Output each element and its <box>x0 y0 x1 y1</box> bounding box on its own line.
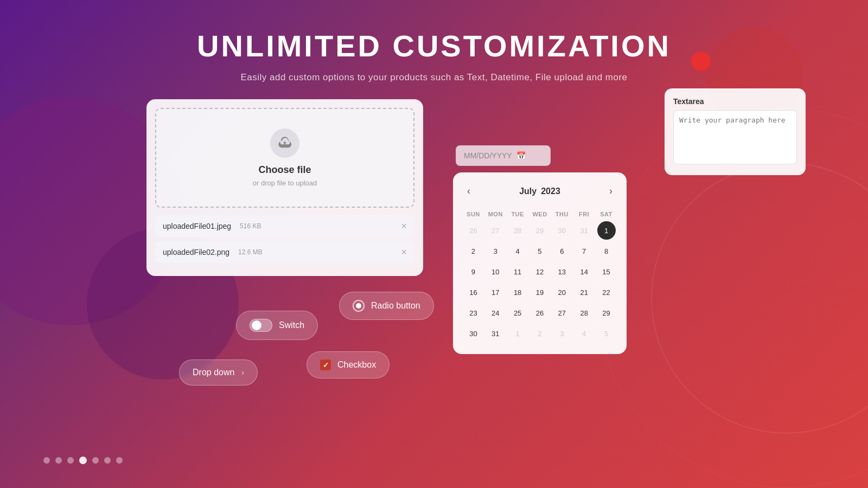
dot-6[interactable] <box>104 457 111 464</box>
calendar-card: ‹ July 2023 › SUN MON TUE WED THU FRI SA… <box>453 172 627 354</box>
date-input-wrap: MM/DD/YYYY 📅 <box>456 145 551 166</box>
cal-day-7[interactable]: 7 <box>575 242 593 260</box>
cal-day-prev-31[interactable]: 31 <box>575 221 593 240</box>
cal-day-18[interactable]: 18 <box>508 283 527 301</box>
upload-icon <box>270 129 299 158</box>
date-placeholder: MM/DD/YYYY <box>464 151 512 160</box>
dropzone-sub: or drop file to upload <box>167 179 403 187</box>
dropdown-button[interactable]: Drop down › <box>179 359 258 386</box>
cal-day-31[interactable]: 31 <box>486 324 505 343</box>
cal-day-16[interactable]: 16 <box>464 283 482 301</box>
dot-1[interactable] <box>43 457 50 464</box>
textarea-card: Textarea <box>665 88 806 175</box>
textarea-label: Textarea <box>673 97 797 106</box>
cal-day-1[interactable]: 1 <box>597 221 616 240</box>
cal-day-29[interactable]: 29 <box>597 304 616 322</box>
calendar-prev-button[interactable]: ‹ <box>463 183 475 199</box>
textarea-input[interactable] <box>673 110 797 164</box>
pagination-dots <box>43 457 123 464</box>
cal-day-5[interactable]: 5 <box>531 242 549 260</box>
checkbox-button[interactable]: ✓ Checkbox <box>307 351 390 378</box>
file-remove-1[interactable]: × <box>401 221 407 231</box>
file-item-1: uploadedFile01.jpeg 516 KB × <box>155 215 414 237</box>
cal-day-2[interactable]: 2 <box>464 242 482 260</box>
cal-day-10[interactable]: 10 <box>486 262 505 281</box>
cal-day-11[interactable]: 11 <box>508 262 527 281</box>
file-name-2: uploadedFile02.png <box>163 248 229 256</box>
cal-day-22[interactable]: 22 <box>597 283 616 301</box>
calendar-icon: 📅 <box>516 151 542 160</box>
dropzone[interactable]: Choose file or drop file to upload <box>155 108 414 208</box>
cal-day-12[interactable]: 12 <box>531 262 549 281</box>
switch-card: Switch <box>236 311 318 340</box>
file-name-1: uploadedFile01.jpeg <box>163 222 231 230</box>
cal-day-15[interactable]: 15 <box>597 262 616 281</box>
cal-day-25[interactable]: 25 <box>508 304 527 322</box>
dot-5[interactable] <box>92 457 99 464</box>
calendar-next-button[interactable]: › <box>605 183 617 199</box>
cal-day-20[interactable]: 20 <box>553 283 571 301</box>
dow-tue: TUE <box>507 209 528 220</box>
dot-4[interactable] <box>79 457 87 464</box>
file-size-1: 516 KB <box>240 222 261 230</box>
switch-thumb <box>252 320 261 330</box>
file-remove-2[interactable]: × <box>401 247 407 257</box>
switch-toggle <box>250 319 272 332</box>
dow-sat: SAT <box>596 209 617 220</box>
radio-button[interactable]: Radio button <box>339 292 434 320</box>
dow-wed: WED <box>529 209 551 220</box>
cal-day-next-5[interactable]: 5 <box>597 324 616 343</box>
cal-day-next-1[interactable]: 1 <box>508 324 527 343</box>
cal-day-9[interactable]: 9 <box>464 262 482 281</box>
dot-3[interactable] <box>67 457 74 464</box>
cal-day-17[interactable]: 17 <box>486 283 505 301</box>
cal-day-3[interactable]: 3 <box>486 242 505 260</box>
cal-day-26[interactable]: 26 <box>531 304 549 322</box>
upload-svg-icon <box>277 136 292 151</box>
dot-7[interactable] <box>116 457 123 464</box>
dropzone-title: Choose file <box>167 164 403 176</box>
chevron-down-icon: › <box>241 368 244 377</box>
cal-day-19[interactable]: 19 <box>531 283 549 301</box>
cal-day-21[interactable]: 21 <box>575 283 593 301</box>
page-header: UNLIMITED CUSTOMIZATION Easily add custo… <box>0 0 868 83</box>
checkbox-card: ✓ Checkbox <box>307 351 390 378</box>
dropdown-card: Drop down › <box>179 359 258 386</box>
calendar-header: ‹ July 2023 › <box>463 183 617 199</box>
cal-day-prev-26[interactable]: 26 <box>464 221 482 240</box>
radio-circle <box>353 300 365 312</box>
cal-day-6[interactable]: 6 <box>553 242 571 260</box>
cal-day-next-4[interactable]: 4 <box>575 324 593 343</box>
dow-thu: THU <box>551 209 572 220</box>
cal-day-30[interactable]: 30 <box>464 324 482 343</box>
cal-day-next-2[interactable]: 2 <box>531 324 549 343</box>
cal-day-next-3[interactable]: 3 <box>553 324 571 343</box>
radio-label: Radio button <box>371 301 420 311</box>
cal-day-13[interactable]: 13 <box>553 262 571 281</box>
cal-day-28[interactable]: 28 <box>575 304 593 322</box>
checkbox-box: ✓ <box>320 359 331 370</box>
radio-card: Radio button <box>339 292 434 320</box>
switch-button[interactable]: Switch <box>236 311 318 340</box>
file-info-2: uploadedFile02.png 12.6 MB <box>163 248 263 256</box>
cal-day-24[interactable]: 24 <box>486 304 505 322</box>
page-title: UNLIMITED CUSTOMIZATION <box>0 28 868 63</box>
cal-day-27[interactable]: 27 <box>553 304 571 322</box>
calendar-month-year: July 2023 <box>519 187 560 196</box>
cal-day-prev-30[interactable]: 30 <box>553 221 571 240</box>
check-icon: ✓ <box>323 361 329 369</box>
file-item-2: uploadedFile02.png 12.6 MB × <box>155 241 414 263</box>
file-upload-card: Choose file or drop file to upload uploa… <box>146 99 423 276</box>
cal-day-4[interactable]: 4 <box>508 242 527 260</box>
date-input[interactable]: MM/DD/YYYY 📅 <box>456 145 551 166</box>
page-subtitle: Easily add custom options to your produc… <box>0 72 868 83</box>
cal-day-14[interactable]: 14 <box>575 262 593 281</box>
dow-sun: SUN <box>463 209 484 220</box>
cal-day-prev-29[interactable]: 29 <box>531 221 549 240</box>
cal-day-8[interactable]: 8 <box>597 242 616 260</box>
cal-day-23[interactable]: 23 <box>464 304 482 322</box>
cal-day-prev-27[interactable]: 27 <box>486 221 505 240</box>
dot-2[interactable] <box>55 457 62 464</box>
cal-day-prev-28[interactable]: 28 <box>508 221 527 240</box>
calendar-year: 2023 <box>541 187 560 196</box>
